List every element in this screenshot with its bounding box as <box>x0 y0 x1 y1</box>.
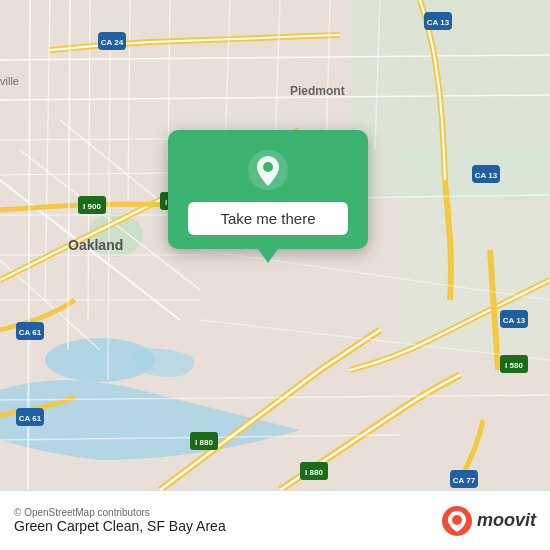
location-title: Green Carpet Clean, SF Bay Area <box>14 518 226 534</box>
map-pin-icon <box>246 148 290 192</box>
svg-text:CA 24: CA 24 <box>101 38 124 47</box>
svg-text:CA 13: CA 13 <box>475 171 498 180</box>
svg-text:CA 13: CA 13 <box>503 316 526 325</box>
take-me-there-button[interactable]: Take me there <box>188 202 348 235</box>
info-left: © OpenStreetMap contributors Green Carpe… <box>14 507 226 534</box>
svg-text:CA 61: CA 61 <box>19 414 42 423</box>
svg-text:CA 77: CA 77 <box>453 476 476 485</box>
svg-point-60 <box>263 162 273 172</box>
location-popup: Take me there <box>168 130 368 249</box>
svg-text:CA 61: CA 61 <box>19 328 42 337</box>
moovit-icon <box>441 505 473 537</box>
moovit-logo: moovit <box>441 505 536 537</box>
svg-text:CA 13: CA 13 <box>427 18 450 27</box>
svg-text:Oakland: Oakland <box>68 237 123 253</box>
moovit-text: moovit <box>477 510 536 531</box>
svg-text:ville: ville <box>0 75 19 87</box>
svg-text:I 580: I 580 <box>505 361 523 370</box>
svg-point-62 <box>452 515 462 525</box>
info-bar: © OpenStreetMap contributors Green Carpe… <box>0 490 550 550</box>
svg-text:Piedmont: Piedmont <box>290 84 345 98</box>
svg-text:I 880: I 880 <box>305 468 323 477</box>
map-container: CA 24 CA 13 CA 13 CA 13 I 580 I 580 I 90… <box>0 0 550 490</box>
copyright-text: © OpenStreetMap contributors <box>14 507 226 518</box>
svg-text:I 900: I 900 <box>83 202 101 211</box>
svg-text:I 880: I 880 <box>195 438 213 447</box>
